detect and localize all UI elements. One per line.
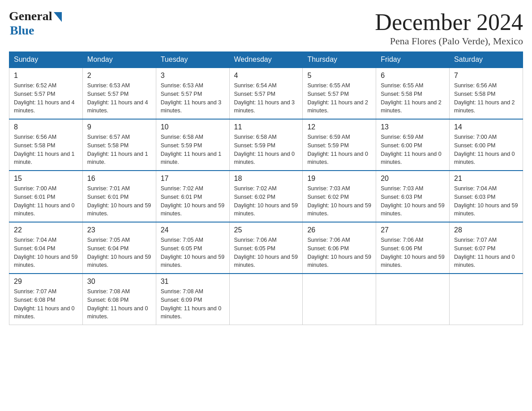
day-info: Sunrise: 6:53 AM Sunset: 5:57 PM Dayligh… xyxy=(161,81,225,115)
day-number: 7 xyxy=(454,72,518,80)
table-row: 23 Sunrise: 7:05 AM Sunset: 6:04 PM Dayl… xyxy=(82,222,156,274)
table-row: 9 Sunrise: 6:57 AM Sunset: 5:58 PM Dayli… xyxy=(82,119,156,171)
day-number: 11 xyxy=(234,123,298,131)
day-number: 13 xyxy=(381,123,445,131)
day-info: Sunrise: 6:59 AM Sunset: 5:59 PM Dayligh… xyxy=(307,133,371,167)
day-number: 9 xyxy=(87,123,151,131)
day-info: Sunrise: 7:03 AM Sunset: 6:02 PM Dayligh… xyxy=(307,184,371,218)
day-number: 1 xyxy=(14,72,78,80)
day-number: 8 xyxy=(14,123,78,131)
day-number: 21 xyxy=(454,175,518,183)
table-row: 24 Sunrise: 7:05 AM Sunset: 6:05 PM Dayl… xyxy=(156,222,229,274)
day-info: Sunrise: 7:06 AM Sunset: 6:05 PM Dayligh… xyxy=(234,236,298,270)
table-row: 20 Sunrise: 7:03 AM Sunset: 6:03 PM Dayl… xyxy=(376,171,450,222)
calendar-table: Sunday Monday Tuesday Wednesday Thursday… xyxy=(9,51,523,325)
week-row-5: 29 Sunrise: 7:07 AM Sunset: 6:08 PM Dayl… xyxy=(9,274,523,325)
table-row: 16 Sunrise: 7:01 AM Sunset: 6:01 PM Dayl… xyxy=(82,171,156,222)
day-info: Sunrise: 6:56 AM Sunset: 5:58 PM Dayligh… xyxy=(454,81,518,115)
table-row: 12 Sunrise: 6:59 AM Sunset: 5:59 PM Dayl… xyxy=(303,119,376,171)
day-number: 18 xyxy=(234,175,298,183)
day-number: 26 xyxy=(307,226,371,234)
table-row: 3 Sunrise: 6:53 AM Sunset: 5:57 PM Dayli… xyxy=(156,68,229,119)
day-info: Sunrise: 6:57 AM Sunset: 5:58 PM Dayligh… xyxy=(87,133,151,167)
table-row: 30 Sunrise: 7:08 AM Sunset: 6:08 PM Dayl… xyxy=(82,274,156,325)
week-row-1: 1 Sunrise: 6:52 AM Sunset: 5:57 PM Dayli… xyxy=(9,68,523,119)
table-row: 1 Sunrise: 6:52 AM Sunset: 5:57 PM Dayli… xyxy=(9,68,83,119)
week-row-2: 8 Sunrise: 6:56 AM Sunset: 5:58 PM Dayli… xyxy=(9,119,523,171)
day-number: 25 xyxy=(234,226,298,234)
table-row: 28 Sunrise: 7:07 AM Sunset: 6:07 PM Dayl… xyxy=(450,222,523,274)
logo-arrow-icon xyxy=(54,12,62,22)
day-number: 24 xyxy=(161,226,225,234)
table-row: 2 Sunrise: 6:53 AM Sunset: 5:57 PM Dayli… xyxy=(82,68,156,119)
table-row: 27 Sunrise: 7:06 AM Sunset: 6:06 PM Dayl… xyxy=(376,222,450,274)
day-info: Sunrise: 7:04 AM Sunset: 6:03 PM Dayligh… xyxy=(454,184,518,218)
day-info: Sunrise: 7:00 AM Sunset: 6:01 PM Dayligh… xyxy=(14,184,78,218)
day-info: Sunrise: 6:52 AM Sunset: 5:57 PM Dayligh… xyxy=(14,81,78,115)
day-number: 10 xyxy=(161,123,225,131)
day-info: Sunrise: 7:02 AM Sunset: 6:02 PM Dayligh… xyxy=(234,184,298,218)
day-number: 5 xyxy=(307,72,371,80)
logo-general-text: General xyxy=(9,9,52,23)
table-row: 7 Sunrise: 6:56 AM Sunset: 5:58 PM Dayli… xyxy=(450,68,523,119)
day-info: Sunrise: 7:00 AM Sunset: 6:00 PM Dayligh… xyxy=(454,133,518,167)
month-title: December 2024 xyxy=(375,9,523,35)
table-row: 15 Sunrise: 7:00 AM Sunset: 6:01 PM Dayl… xyxy=(9,171,83,222)
table-row: 11 Sunrise: 6:58 AM Sunset: 5:59 PM Dayl… xyxy=(229,119,303,171)
day-info: Sunrise: 7:04 AM Sunset: 6:04 PM Dayligh… xyxy=(14,236,78,270)
table-row xyxy=(450,274,523,325)
col-saturday: Saturday xyxy=(450,52,523,68)
table-row: 5 Sunrise: 6:55 AM Sunset: 5:57 PM Dayli… xyxy=(303,68,376,119)
day-number: 12 xyxy=(307,123,371,131)
day-number: 4 xyxy=(234,72,298,80)
week-row-3: 15 Sunrise: 7:00 AM Sunset: 6:01 PM Dayl… xyxy=(9,171,523,222)
day-info: Sunrise: 6:55 AM Sunset: 5:58 PM Dayligh… xyxy=(381,81,445,115)
day-info: Sunrise: 7:06 AM Sunset: 6:06 PM Dayligh… xyxy=(307,236,371,270)
day-info: Sunrise: 7:07 AM Sunset: 6:07 PM Dayligh… xyxy=(454,236,518,270)
day-info: Sunrise: 7:08 AM Sunset: 6:09 PM Dayligh… xyxy=(161,287,225,321)
table-row: 4 Sunrise: 6:54 AM Sunset: 5:57 PM Dayli… xyxy=(229,68,303,119)
day-number: 23 xyxy=(87,226,151,234)
logo-blue-text: Blue xyxy=(10,23,34,38)
day-number: 2 xyxy=(87,72,151,80)
day-number: 30 xyxy=(87,278,151,286)
day-info: Sunrise: 6:53 AM Sunset: 5:57 PM Dayligh… xyxy=(87,81,151,115)
day-number: 16 xyxy=(87,175,151,183)
table-row: 17 Sunrise: 7:02 AM Sunset: 6:01 PM Dayl… xyxy=(156,171,229,222)
day-info: Sunrise: 7:08 AM Sunset: 6:08 PM Dayligh… xyxy=(87,287,151,321)
table-row: 19 Sunrise: 7:03 AM Sunset: 6:02 PM Dayl… xyxy=(303,171,376,222)
table-row: 31 Sunrise: 7:08 AM Sunset: 6:09 PM Dayl… xyxy=(156,274,229,325)
table-row xyxy=(229,274,303,325)
day-number: 20 xyxy=(381,175,445,183)
table-row xyxy=(303,274,376,325)
col-thursday: Thursday xyxy=(303,52,376,68)
day-info: Sunrise: 7:05 AM Sunset: 6:04 PM Dayligh… xyxy=(87,236,151,270)
table-row: 21 Sunrise: 7:04 AM Sunset: 6:03 PM Dayl… xyxy=(450,171,523,222)
col-friday: Friday xyxy=(376,52,450,68)
table-row: 6 Sunrise: 6:55 AM Sunset: 5:58 PM Dayli… xyxy=(376,68,450,119)
table-row: 8 Sunrise: 6:56 AM Sunset: 5:58 PM Dayli… xyxy=(9,119,83,171)
table-row xyxy=(376,274,450,325)
title-area: December 2024 Pena Flores (Palo Verde), … xyxy=(375,9,523,47)
day-number: 14 xyxy=(454,123,518,131)
day-number: 19 xyxy=(307,175,371,183)
page-header: General Blue December 2024 Pena Flores (… xyxy=(9,9,523,47)
day-number: 17 xyxy=(161,175,225,183)
day-info: Sunrise: 6:56 AM Sunset: 5:58 PM Dayligh… xyxy=(14,133,78,167)
logo: General Blue xyxy=(9,9,62,38)
day-info: Sunrise: 6:55 AM Sunset: 5:57 PM Dayligh… xyxy=(307,81,371,115)
table-row: 26 Sunrise: 7:06 AM Sunset: 6:06 PM Dayl… xyxy=(303,222,376,274)
day-number: 29 xyxy=(14,278,78,286)
col-sunday: Sunday xyxy=(9,52,83,68)
day-number: 6 xyxy=(381,72,445,80)
day-number: 31 xyxy=(161,278,225,286)
week-row-4: 22 Sunrise: 7:04 AM Sunset: 6:04 PM Dayl… xyxy=(9,222,523,274)
col-monday: Monday xyxy=(82,52,156,68)
table-row: 13 Sunrise: 6:59 AM Sunset: 6:00 PM Dayl… xyxy=(376,119,450,171)
day-info: Sunrise: 6:59 AM Sunset: 6:00 PM Dayligh… xyxy=(381,133,445,167)
table-row: 25 Sunrise: 7:06 AM Sunset: 6:05 PM Dayl… xyxy=(229,222,303,274)
day-number: 3 xyxy=(161,72,225,80)
table-row: 18 Sunrise: 7:02 AM Sunset: 6:02 PM Dayl… xyxy=(229,171,303,222)
table-row: 22 Sunrise: 7:04 AM Sunset: 6:04 PM Dayl… xyxy=(9,222,83,274)
day-info: Sunrise: 6:54 AM Sunset: 5:57 PM Dayligh… xyxy=(234,81,298,115)
